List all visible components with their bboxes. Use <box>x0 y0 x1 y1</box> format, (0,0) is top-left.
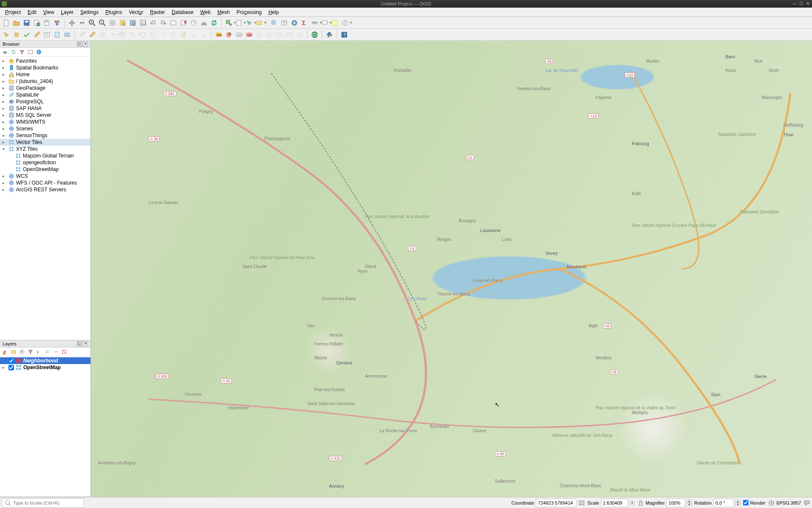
menu-layer[interactable]: Layer <box>58 8 77 16</box>
layer-diagram-button[interactable] <box>224 30 233 39</box>
messages-icon[interactable] <box>804 500 810 506</box>
expander-icon[interactable]: ▸ <box>3 93 7 97</box>
toggle-unplaced-labels-button[interactable]: abc <box>244 30 254 39</box>
copy-features-button[interactable] <box>118 30 127 39</box>
add-group-button[interactable] <box>10 348 17 355</box>
magnifier-input[interactable] <box>667 499 685 507</box>
statistical-summary-button[interactable]: Σ <box>300 18 309 28</box>
identify-features-button[interactable]: i <box>269 18 279 28</box>
expander-icon[interactable]: ▸ <box>3 72 7 77</box>
zoom-in-button[interactable] <box>88 18 97 28</box>
expander-icon[interactable]: ▸ <box>3 133 7 138</box>
add-selected-layers-button[interactable] <box>2 49 8 55</box>
new-virtual-layer-button[interactable]: ▾ <box>255 18 264 28</box>
browser-item-spatial-bookmarks[interactable]: ▸Spatial Bookmarks <box>0 64 91 71</box>
zoom-full-button[interactable] <box>108 18 117 28</box>
menu-settings[interactable]: Settings <box>77 8 102 16</box>
expander-icon[interactable]: ▸ <box>3 66 7 70</box>
vertex-tool-button[interactable]: ▾ <box>128 30 137 39</box>
current-edits-button[interactable] <box>2 30 11 39</box>
new-map-view-button[interactable] <box>169 18 178 28</box>
browser-item-opengeofiction[interactable]: opengeofiction <box>0 159 91 166</box>
pan-to-selection-button[interactable] <box>77 18 87 28</box>
layer-row-neighborhood[interactable]: Neighborhood <box>0 357 91 364</box>
rotation-up[interactable]: ▴ <box>735 500 741 503</box>
show-layout-manager-button[interactable] <box>42 18 52 28</box>
zoom-next-button[interactable] <box>159 18 168 28</box>
expander-icon[interactable]: ▸ <box>3 365 7 370</box>
menu-web[interactable]: Web <box>197 8 214 16</box>
layers-close-button[interactable]: ✕ <box>83 341 88 346</box>
pan-map-button[interactable] <box>67 18 77 28</box>
browser-item--lubuntu-2404-[interactable]: ▸/ (lubuntu_2404) <box>0 78 91 85</box>
no-action-button[interactable]: ?▾ <box>340 18 350 28</box>
elevation-controller-button[interactable] <box>199 18 208 28</box>
filter-legend-by-expression-button[interactable]: ε <box>36 348 42 355</box>
save-edits-button[interactable] <box>22 30 31 39</box>
refresh-browser-button[interactable] <box>10 49 17 55</box>
expander-icon[interactable]: ▸ <box>3 79 7 83</box>
crs-value[interactable]: EPSG:3857 <box>776 500 801 505</box>
new-mesh-button[interactable] <box>63 30 72 39</box>
menu-help[interactable]: Help <box>265 8 283 16</box>
toggle-editing-pencil-button[interactable] <box>32 30 41 39</box>
expander-icon[interactable]: ▸ <box>3 99 7 104</box>
browser-item-vector-tiles[interactable]: ▸Vector Tiles <box>0 139 91 146</box>
zoom-to-selection-button[interactable] <box>118 18 127 28</box>
expander-icon[interactable]: ▸ <box>3 113 7 117</box>
layer-visibility-checkbox[interactable] <box>8 358 14 364</box>
move-feature-button[interactable]: ▾ <box>108 30 117 39</box>
paste-features-button[interactable] <box>179 30 188 39</box>
undo-button[interactable] <box>189 30 198 39</box>
collapse-all-button[interactable] <box>27 49 34 55</box>
browser-close-button[interactable]: ✕ <box>83 41 88 47</box>
digitize-with-segment-button[interactable] <box>88 30 97 39</box>
python-console-button[interactable] <box>325 30 334 39</box>
window-close-button[interactable]: ✕ <box>806 2 810 6</box>
menu-raster[interactable]: Raster <box>147 8 168 16</box>
new-shapefile-button[interactable] <box>52 30 62 39</box>
remove-layer-button[interactable] <box>61 348 68 355</box>
open-attribute-table-button[interactable] <box>280 18 289 28</box>
show-map-tips-button[interactable]: ▾ <box>320 18 329 28</box>
style-manager-button[interactable] <box>52 18 62 28</box>
change-label-properties-button[interactable] <box>295 30 304 39</box>
browser-item-wms-wmts[interactable]: ▸WMS/WMTS <box>0 119 91 125</box>
expand-all-layers-button[interactable] <box>44 348 51 355</box>
delete-selected-button[interactable] <box>148 30 158 39</box>
highlight-pinned-labels-button[interactable]: abc <box>234 30 244 39</box>
help-button[interactable]: ? <box>340 30 349 39</box>
browser-item-sensorthings[interactable]: ▸SensorThings <box>0 132 91 139</box>
new-project-button[interactable] <box>2 18 11 28</box>
browser-item-home[interactable]: ▸Home <box>0 71 91 78</box>
measure-line-button[interactable]: ▾ <box>310 18 319 28</box>
zoom-out-button[interactable] <box>98 18 107 28</box>
layer-row-openstreetmap[interactable]: ▸OpenStreetMap <box>0 364 91 371</box>
pin-labels-button[interactable] <box>255 30 264 39</box>
layers-dock-button[interactable]: ◱ <box>77 341 82 346</box>
menu-plugins[interactable]: Plugins <box>102 8 125 16</box>
rotation-input[interactable] <box>713 499 734 507</box>
open-layer-styling-button[interactable] <box>2 348 8 355</box>
magnifier-down[interactable]: ▾ <box>687 503 692 506</box>
new-geopackage-layer-button[interactable]: ▾ <box>234 18 244 28</box>
expander-icon[interactable]: ▸ <box>3 106 7 110</box>
expander-icon[interactable]: ▸ <box>3 59 7 63</box>
browser-item-wfs-ogc-api-features[interactable]: ▸WFS / OGC API - Features <box>0 179 91 186</box>
metasearch-button[interactable] <box>310 30 319 39</box>
zoom-last-button[interactable] <box>148 18 158 28</box>
redo-button[interactable] <box>199 30 208 39</box>
menu-database[interactable]: Database <box>168 8 197 16</box>
scale-input[interactable] <box>601 499 628 507</box>
cut-features-button[interactable] <box>159 30 168 39</box>
expander-icon[interactable]: ▸ <box>3 86 7 90</box>
menu-vector[interactable]: Vector <box>126 8 147 16</box>
filter-browser-button[interactable] <box>19 49 25 55</box>
toolbox-button[interactable] <box>290 18 299 28</box>
add-vector-layer-button[interactable]: ▾ <box>244 18 254 28</box>
toggle-extents-icon[interactable] <box>578 500 585 506</box>
menu-processing[interactable]: Processing <box>233 8 265 16</box>
move-label-button[interactable] <box>275 30 284 39</box>
expander-icon[interactable]: ▾ <box>3 147 7 151</box>
enable-properties-button[interactable]: i <box>36 49 42 55</box>
